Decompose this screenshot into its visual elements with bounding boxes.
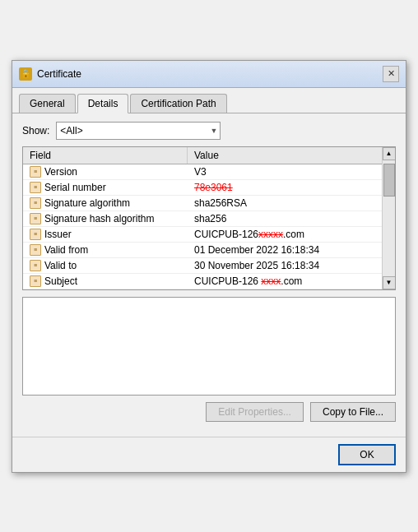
table-row[interactable]: ≡ Issuer CUICPUB-126xxxxx.com [23, 227, 382, 243]
field-icon: ≡ [30, 275, 41, 287]
field-name: Version [44, 166, 77, 178]
window-title: Certificate [37, 68, 81, 80]
field-name: Issuer [44, 229, 72, 240]
scroll-track[interactable] [383, 160, 396, 276]
title-bar-left: 🔒 Certificate [19, 67, 81, 81]
field-value: 78e3061 [188, 180, 382, 195]
field-name: Signature algorithm [44, 197, 130, 209]
field-icon: ≡ [30, 166, 41, 178]
header-field: Field [23, 147, 188, 164]
table-header: Field Value [23, 147, 382, 164]
field-name: Valid from [44, 244, 88, 256]
table-row[interactable]: ≡ Serial number 78e3061 [23, 180, 382, 196]
scroll-down-button[interactable]: ▼ [383, 276, 396, 289]
field-value: CUICPUB-126 xxxx.com [188, 274, 382, 289]
content-area: Show: <All> Version 1 Fields Only Extens… [12, 113, 406, 430]
copy-to-file-button[interactable]: Copy to File... [310, 402, 396, 422]
field-value: V3 [188, 164, 382, 179]
field-value: 01 December 2022 16:18:34 [188, 243, 382, 257]
header-value: Value [188, 147, 382, 164]
field-icon: ≡ [30, 229, 41, 240]
tab-bar: General Details Certification Path [12, 88, 406, 113]
table-row[interactable]: ≡ Signature algorithm sha256RSA [23, 196, 382, 211]
window-icon: 🔒 [19, 67, 32, 81]
field-value: CUICPUB-126xxxxx.com [188, 227, 382, 242]
show-select-wrapper[interactable]: <All> Version 1 Fields Only Extensions O… [56, 122, 221, 140]
field-name: Valid to [44, 260, 77, 271]
tab-certification-path[interactable]: Certification Path [130, 94, 226, 113]
scroll-thumb[interactable] [383, 164, 395, 197]
field-value: sha256RSA [188, 196, 382, 210]
fields-table: Field Value ≡ Version V3 ≡ Serial number [22, 146, 396, 290]
table-row[interactable]: ≡ Valid to 30 November 2025 16:18:34 [23, 258, 382, 274]
button-row-2: OK [12, 437, 406, 472]
redacted-value: xxxxx [258, 229, 283, 240]
button-row-1: Edit Properties... Copy to File... [22, 402, 396, 422]
show-label: Show: [22, 125, 49, 136]
field-name: Signature hash algorithm [44, 213, 154, 224]
field-name: Serial number [44, 182, 106, 193]
detail-box [22, 297, 396, 396]
field-value: 30 November 2025 16:18:34 [188, 258, 382, 273]
table-inner: Field Value ≡ Version V3 ≡ Serial number [23, 147, 382, 289]
field-name: Subject [44, 275, 77, 287]
scrollbar: ▲ ▼ [382, 147, 395, 289]
redacted-value: xxxx [261, 275, 281, 287]
table-row[interactable]: ≡ Subject CUICPUB-126 xxxx.com [23, 274, 382, 289]
field-icon: ≡ [30, 182, 41, 193]
table-row[interactable]: ≡ Valid from 01 December 2022 16:18:34 [23, 243, 382, 258]
field-icon: ≡ [30, 213, 41, 224]
show-select[interactable]: <All> Version 1 Fields Only Extensions O… [56, 122, 221, 140]
field-icon: ≡ [30, 244, 41, 256]
ok-button[interactable]: OK [338, 444, 396, 465]
edit-properties-button[interactable]: Edit Properties... [206, 402, 304, 422]
show-row: Show: <All> Version 1 Fields Only Extens… [22, 122, 396, 140]
title-bar: 🔒 Certificate ✕ [12, 61, 406, 88]
field-icon: ≡ [30, 260, 41, 271]
table-row[interactable]: ≡ Version V3 [23, 164, 382, 180]
certificate-window: 🔒 Certificate ✕ General Details Certific… [12, 60, 406, 473]
close-button[interactable]: ✕ [383, 66, 399, 82]
scroll-up-button[interactable]: ▲ [383, 147, 396, 160]
tab-details[interactable]: Details [77, 94, 129, 113]
tab-general[interactable]: General [19, 94, 76, 113]
redacted-value: 78e3061 [194, 182, 233, 193]
field-value: sha256 [188, 211, 382, 226]
field-icon: ≡ [30, 197, 41, 209]
table-row[interactable]: ≡ Signature hash algorithm sha256 [23, 211, 382, 227]
